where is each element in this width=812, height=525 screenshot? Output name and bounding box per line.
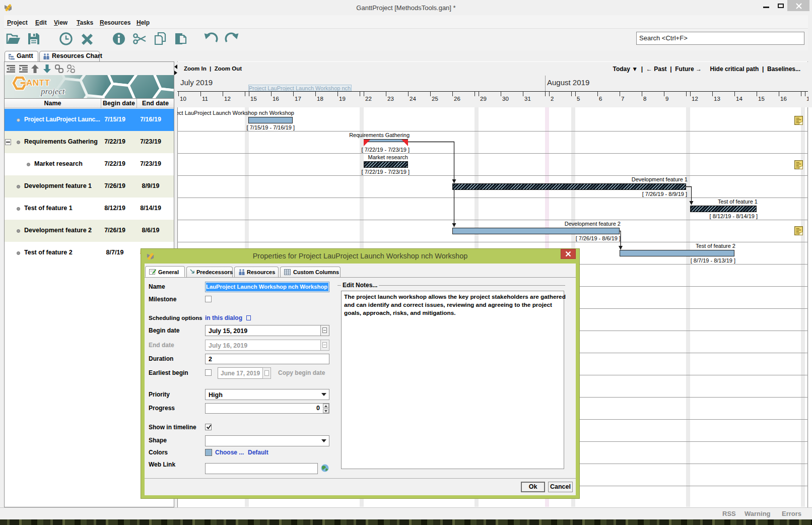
svg-text:project: project	[40, 87, 65, 96]
